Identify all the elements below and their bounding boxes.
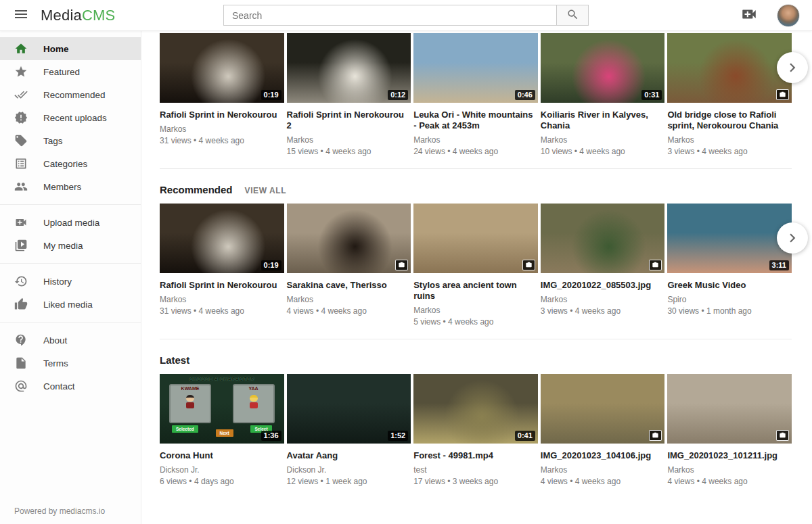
chevron-right-icon [784,59,801,76]
media-card[interactable]: IMG_20201023_101211.jpgMarkos4 views • 4… [667,374,792,486]
media-card[interactable]: Sarakina cave, TherissoMarkos4 views • 4… [287,204,411,327]
media-title: Rafioli Sprint in Nerokourou [160,280,284,291]
game-character-panel: YAA [233,384,275,423]
section-featured: FeaturedVIEW ALL0:19Rafioli Sprint in Ne… [160,14,792,169]
powered-by-text: Powered by mediacms.io [14,506,105,516]
media-meta: 17 views • 3 weeks ago [413,477,538,486]
camera-icon [779,91,786,98]
media-thumbnail [541,374,665,444]
next-arrow-button[interactable] [777,222,808,254]
star-icon [14,65,28,78]
sidebar-item-upload-media[interactable]: Upload media [0,211,141,234]
camera-icon [398,262,405,268]
camera-icon [525,262,533,268]
hamburger-menu-button[interactable] [12,7,30,24]
media-card[interactable]: 0:46Leuka Ori - White mountains - Peak a… [413,33,538,156]
view-all-link[interactable]: VIEW ALL [245,186,287,195]
camera-icon [652,262,659,268]
photo-badge [776,430,789,441]
sidebar-item-label: Recommended [43,90,106,100]
sidebar-group: Upload mediaMy media [0,204,141,263]
sidebar-item-label: Liked media [43,300,93,310]
sidebar-item-home[interactable]: Home [0,37,141,60]
media-card[interactable]: IMG_20201022_085503.jpgMarkos3 views • 4… [541,204,665,327]
media-meta: 4 views • 4 weeks ago [667,477,792,486]
sidebar-item-recommended[interactable]: Recommended [0,83,141,106]
search-input[interactable] [223,5,556,26]
photo-badge [776,89,789,100]
media-title: IMG_20201023_104106.jpg [541,450,665,461]
media-thumbnail: 0:41 [413,374,538,444]
game-character-sprite [185,395,195,408]
sidebar-group: AboutTermsContact [0,322,141,404]
media-card[interactable]: Old bridge close to Rafioli sprint, Nero… [667,33,792,156]
app-logo[interactable]: MediaCMS [41,7,115,24]
sections-root: FeaturedVIEW ALL0:19Rafioli Sprint in Ne… [160,14,792,498]
media-title: Stylos area ancient town ruins [413,280,538,302]
character-body [186,402,194,408]
media-title: Forest - 49981.mp4 [413,450,538,461]
next-arrow-button[interactable] [777,52,808,83]
media-thumbnail: 0:19 [160,204,284,273]
sidebar-group: HistoryLiked media [0,263,141,322]
character-head [250,395,258,402]
media-author: Markos [287,295,411,304]
media-thumbnail [667,374,792,444]
main-content: FeaturedVIEW ALL0:19Rafioli Sprint in Ne… [141,0,812,498]
sidebar-item-liked-media[interactable]: Liked media [0,293,141,316]
media-card[interactable]: 0:19Rafioli Sprint in NerokourouMarkos31… [160,204,284,327]
game-next-button: Next [216,429,233,437]
media-card[interactable]: CHOOSE A CHARACTERKWAMEYAASelectedNextSe… [160,374,284,486]
sidebar-item-about[interactable]: About [0,329,141,352]
sidebar-item-history[interactable]: History [0,270,141,293]
media-author: Markos [667,135,792,145]
logo-part1: Media [41,7,82,24]
media-meta: 3 views • 4 weeks ago [541,306,665,316]
media-thumbnail: 1:52 [287,374,411,444]
document-icon [14,356,28,370]
media-card[interactable]: IMG_20201023_104106.jpgMarkos4 views • 4… [541,374,665,486]
cards-row: 0:19Rafioli Sprint in NerokourouMarkos31… [160,33,792,156]
sidebar-item-featured[interactable]: Featured [0,60,141,83]
duration-badge: 1:52 [388,431,408,441]
sidebar-item-label: Members [43,182,81,192]
search-button[interactable] [556,5,589,26]
media-card[interactable]: 0:12Rafioli Sprint in Nerokourou 2Markos… [287,33,411,156]
sidebar-item-contact[interactable]: Contact [0,375,141,398]
media-card[interactable]: 0:31Koiliaris River in Kalyves, ChaniaMa… [541,33,665,156]
media-card[interactable]: 0:19Rafioli Sprint in NerokourouMarkos31… [160,33,284,156]
media-card[interactable]: Stylos area ancient town ruinsMarkos5 vi… [413,204,538,327]
media-author: Markos [541,465,665,475]
media-thumbnail: 3:11 [667,204,792,273]
sidebar-item-label: Terms [43,358,68,368]
sidebar-item-categories[interactable]: Categories [0,152,141,175]
media-meta: 24 views • 4 weeks ago [413,147,538,156]
sidebar-nav: HomeFeaturedRecommendedRecent uploadsTag… [0,31,141,404]
media-card[interactable]: 3:11Greek Music VideoSpiro30 views • 1 m… [667,204,792,327]
media-meta: 10 views • 4 weeks ago [541,147,665,156]
camera-icon [779,432,786,439]
section-title: Recommended [160,184,233,195]
media-card[interactable]: 1:52Avatar AangDickson Jr.12 views • 1 w… [287,374,411,486]
sidebar-item-label: Tags [43,136,63,146]
sidebar-item-recent-uploads[interactable]: Recent uploads [0,106,141,129]
user-avatar[interactable] [777,4,800,27]
duration-badge: 0:19 [261,90,281,100]
sidebar-item-my-media[interactable]: My media [0,234,141,257]
media-author: Markos [667,465,792,475]
sidebar: HomeFeaturedRecommendedRecent uploadsTag… [0,31,141,524]
sidebar-item-members[interactable]: Members [0,175,141,198]
upload-media-button[interactable] [740,5,758,25]
media-author: Markos [541,295,665,304]
done-all-icon [14,88,28,101]
tag-icon [14,134,28,147]
photo-badge [649,260,662,270]
media-thumbnail [667,33,792,103]
photo-badge [395,260,408,270]
sidebar-item-terms[interactable]: Terms [0,352,141,375]
thumb-up-icon [14,297,28,311]
sidebar-item-label: My media [43,241,83,251]
media-card[interactable]: 0:41Forest - 49981.mp4test17 views • 3 w… [413,374,538,486]
sidebar-item-tags[interactable]: Tags [0,129,141,152]
sidebar-group: HomeFeaturedRecommendedRecent uploadsTag… [0,31,141,204]
